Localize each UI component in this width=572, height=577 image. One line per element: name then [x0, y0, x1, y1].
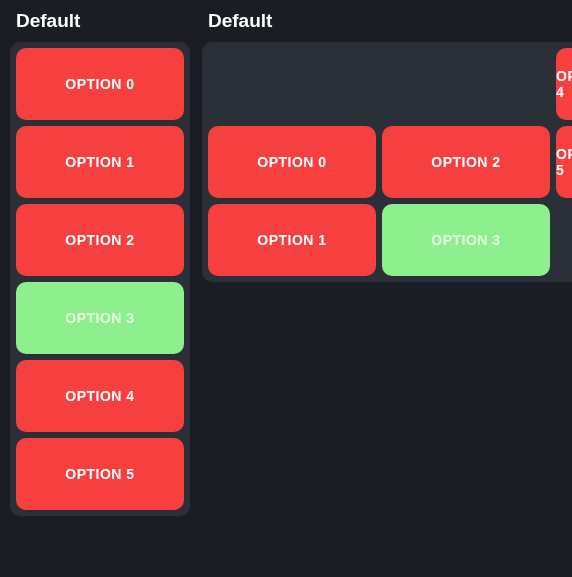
- option-button[interactable]: OPTION 3: [16, 282, 184, 354]
- option-button[interactable]: OPTION 0: [208, 126, 376, 198]
- option-groups: DefaultOPTION 0OPTION 1OPTION 2OPTION 3O…: [10, 10, 562, 516]
- option-group-1: DefaultOPTION 0OPTION 1OPTION 2OPTION 3O…: [202, 10, 572, 282]
- option-button[interactable]: OPTION 2: [16, 204, 184, 276]
- option-button[interactable]: OPTION 1: [208, 204, 376, 276]
- option-button[interactable]: OPTION 0: [16, 48, 184, 120]
- option-button[interactable]: OPTION 5: [556, 126, 572, 198]
- options-container: OPTION 0OPTION 1OPTION 2OPTION 3OPTION 4…: [10, 42, 190, 516]
- options-container: OPTION 0OPTION 1OPTION 2OPTION 3OPTION 4…: [202, 42, 572, 282]
- option-button[interactable]: OPTION 5: [16, 438, 184, 510]
- option-button[interactable]: OPTION 3: [382, 204, 550, 276]
- spacer: [208, 48, 550, 88]
- option-button[interactable]: OPTION 4: [16, 360, 184, 432]
- option-group-0: DefaultOPTION 0OPTION 1OPTION 2OPTION 3O…: [10, 10, 190, 516]
- group-title: Default: [208, 10, 572, 32]
- option-button[interactable]: OPTION 4: [556, 48, 572, 120]
- option-button[interactable]: OPTION 1: [16, 126, 184, 198]
- option-button[interactable]: OPTION 2: [382, 126, 550, 198]
- group-title: Default: [16, 10, 190, 32]
